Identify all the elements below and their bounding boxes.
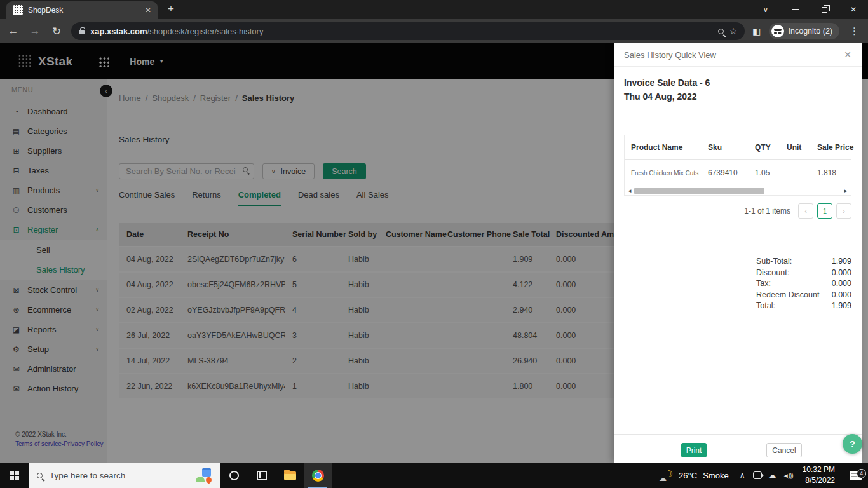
screen: ShopDesk ✕ + ∨ ✕ ← → ↻ xap.xstak.com/sho… (0, 0, 868, 488)
interests-widget-icon[interactable] (196, 468, 212, 483)
weather-condition: Smoke (703, 471, 728, 480)
cloud-icon: ☁ (659, 474, 667, 483)
cell-unit (780, 160, 811, 186)
tab-search-icon[interactable]: ∨ (751, 0, 780, 19)
notification-badge: 4 (857, 469, 866, 478)
restore-icon (822, 7, 827, 13)
horizontal-scrollbar[interactable]: ◄ ► (625, 186, 851, 195)
taskbar-search[interactable]: Type here to search (29, 463, 220, 488)
system-tray: ☽☁ 26°CSmoke ∧ ☁ ◄))) 10:32 PM 8/5/2022 … (654, 463, 868, 488)
subtotal-row: Sub-Total:1.909 (756, 257, 851, 266)
weather-widget[interactable]: ☽☁ 26°CSmoke (654, 470, 735, 481)
incognito-icon (771, 25, 784, 37)
tax-label: Tax: (756, 279, 771, 288)
chrome-icon (312, 470, 324, 482)
cell-product-name: Fresh Chicken Mix Cuts (625, 160, 702, 186)
taskbar-clock[interactable]: 10:32 PM 8/5/2022 (796, 464, 843, 486)
discount-label: Discount: (756, 268, 789, 277)
notification-center-button[interactable]: 4 (843, 471, 868, 480)
col-header-unit: Unit (780, 135, 811, 160)
widget-hill-shape (196, 477, 205, 482)
help-button[interactable]: ? (843, 434, 862, 454)
print-button[interactable]: Print (681, 443, 707, 458)
address-bar[interactable]: xap.xstak.com/shopdesk/register/sales-hi… (71, 22, 745, 40)
reload-icon[interactable]: ↻ (50, 25, 64, 38)
quick-view-footer: Print Cancel (614, 434, 862, 463)
taskbar: Type here to search ☽☁ 26°CSmoke ∧ ☁ ◄))… (0, 463, 868, 488)
task-view-icon (257, 471, 267, 480)
pagination-next-button[interactable]: › (836, 203, 851, 219)
bookmark-star-icon[interactable]: ☆ (729, 26, 738, 36)
task-view-button[interactable] (248, 463, 276, 488)
col-header-sku: Sku (702, 135, 749, 160)
browser-menu-icon[interactable]: ⋮ (847, 25, 862, 37)
clock-time: 10:32 PM (803, 464, 835, 475)
invoice-title: Invoice Sale Data - 6 (624, 78, 851, 88)
file-explorer-button[interactable] (276, 463, 304, 488)
side-panel-icon[interactable]: ◧ (752, 26, 761, 36)
invoice-items-table: Product Name Sku QTY Unit Sale Price Fre… (624, 135, 851, 196)
incognito-label: Incognito (2) (789, 27, 832, 36)
col-header-product-name: Product Name (625, 135, 702, 160)
col-header-qty: QTY (749, 135, 780, 160)
volume-icon[interactable]: ◄))) (780, 472, 796, 479)
scroll-right-icon[interactable]: ► (843, 188, 849, 194)
web-page: XStak Home▼ MENU ‹ ◔Dashboard ▤Categorie… (0, 43, 868, 463)
url-path: /shopdesk/register/sales-history (147, 27, 264, 36)
widget-calendar-shape (202, 468, 211, 477)
browser-toolbar: ← → ↻ xap.xstak.com/shopdesk/register/sa… (0, 19, 868, 43)
close-icon[interactable]: ✕ (844, 50, 851, 60)
scrollbar-thumb[interactable] (634, 188, 764, 194)
redeem-discount-label: Redeem Discount (756, 290, 819, 299)
quick-view-header: Sales History Quick View ✕ (614, 43, 862, 67)
search-icon (37, 473, 43, 478)
col-header-sale-price: Sale Price (811, 135, 851, 160)
cortana-button[interactable] (220, 463, 248, 488)
subtotal-label: Sub-Total: (756, 257, 792, 266)
divider (624, 111, 851, 111)
minimize-button[interactable] (780, 0, 810, 19)
total-label: Total: (756, 301, 775, 310)
tax-value: 0.000 (832, 279, 851, 288)
cell-sku: 6739410 (702, 160, 749, 186)
table-row: Fresh Chicken Mix Cuts 6739410 1.05 1.81… (625, 160, 851, 186)
redeem-discount-value: 0.000 (832, 290, 851, 299)
tab-close-icon[interactable]: ✕ (145, 6, 151, 15)
url-host: xap.xstak.com (90, 27, 147, 36)
restore-button[interactable] (810, 0, 839, 19)
scrollbar-track[interactable] (633, 188, 843, 194)
pagination-summary: 1-1 of 1 items (744, 207, 790, 215)
widget-pin-shape (205, 476, 213, 484)
cancel-button[interactable]: Cancel (766, 443, 802, 458)
table-header-row: Product Name Sku QTY Unit Sale Price (625, 135, 851, 160)
incognito-badge[interactable]: Incognito (2) (769, 23, 839, 39)
url-text[interactable]: xap.xstak.com/shopdesk/register/sales-hi… (90, 27, 712, 36)
browser-tabstrip: ShopDesk ✕ + ∨ ✕ (0, 0, 868, 19)
scroll-left-icon[interactable]: ◄ (627, 188, 633, 194)
browser-tab[interactable]: ShopDesk ✕ (6, 1, 158, 19)
clock-date: 8/5/2022 (803, 475, 835, 486)
pagination-prev-button[interactable]: ‹ (798, 203, 813, 219)
taskbar-search-placeholder: Type here to search (50, 471, 189, 480)
chrome-button[interactable] (304, 463, 332, 488)
onedrive-icon[interactable]: ☁ (765, 471, 780, 480)
forward-icon[interactable]: → (28, 25, 42, 37)
cell-qty: 1.05 (749, 160, 780, 186)
weather-temperature: 26°C (679, 471, 697, 480)
windows-logo-icon (10, 471, 14, 475)
total-row: Total:1.909 (756, 301, 851, 310)
meet-now-icon[interactable] (753, 471, 762, 479)
totals-summary: Sub-Total:1.909 Discount:0.000 Tax:0.000… (756, 257, 851, 310)
start-button[interactable] (0, 463, 29, 488)
pagination: 1-1 of 1 items ‹ 1 › (624, 203, 851, 219)
lock-icon[interactable] (79, 30, 85, 34)
close-button[interactable]: ✕ (839, 0, 868, 19)
new-tab-button[interactable]: + (168, 3, 174, 15)
window-controls: ∨ ✕ (751, 0, 868, 19)
back-icon[interactable]: ← (6, 25, 20, 37)
invoice-date: Thu 04 Aug, 2022 (624, 92, 851, 102)
pagination-page-1[interactable]: 1 (817, 203, 832, 219)
favicon (13, 5, 23, 15)
zoom-icon[interactable] (718, 29, 724, 34)
tray-expand-icon[interactable]: ∧ (735, 471, 750, 480)
